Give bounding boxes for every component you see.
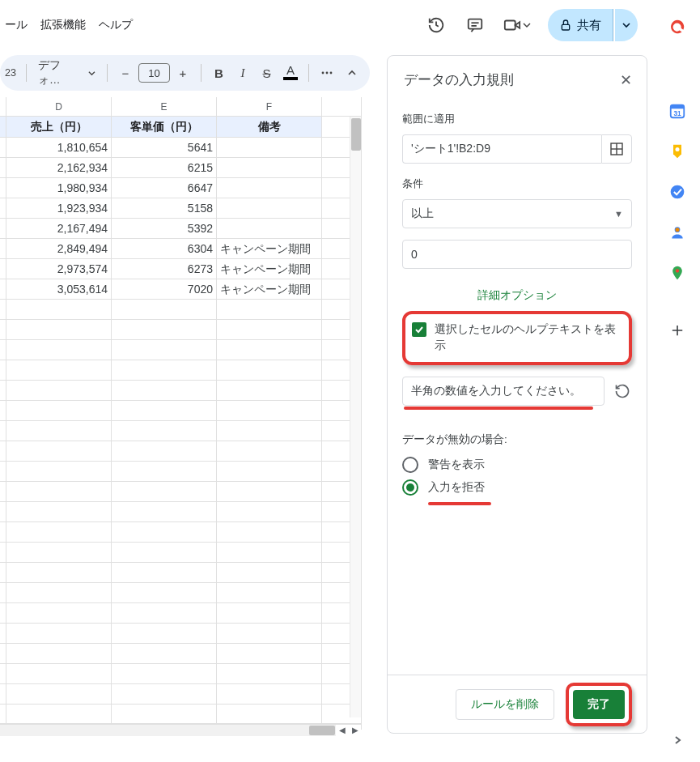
cell-D[interactable]: 1,923,934 [6,198,112,218]
criteria-number-input[interactable]: 0 [402,240,632,269]
cell-F[interactable]: キャンペーン期間 [217,259,322,279]
cell-D[interactable]: 3,053,614 [6,279,112,299]
cell-E[interactable]: 6304 [112,239,217,258]
range-input[interactable]: 'シート1'!B2:D9 [402,134,601,164]
cell-F[interactable] [217,198,322,218]
comment-icon[interactable] [464,14,486,36]
table-row[interactable] [0,664,361,684]
criteria-select[interactable]: 以上 ▼ [402,199,632,228]
cell-E[interactable]: 6273 [112,259,217,279]
table-row[interactable] [0,401,361,421]
cell-D[interactable]: 2,849,494 [6,239,112,258]
cell-F[interactable]: キャンペーン期間 [217,279,322,299]
scroll-right-icon[interactable]: ▶ [349,725,362,736]
maps-icon[interactable] [668,264,686,282]
bold-button[interactable]: B [208,62,231,84]
italic-button[interactable]: I [231,62,254,84]
table-row[interactable]: 3,053,6147020キャンペーン期間 [0,279,361,300]
history-icon[interactable] [425,14,448,36]
header-F[interactable]: 備考 [217,117,322,137]
table-row[interactable] [0,381,361,401]
table-row[interactable] [0,522,361,543]
number-format-value[interactable]: 23 [2,62,19,84]
strike-button[interactable]: S [256,62,278,84]
cell-E[interactable]: 5158 [112,198,217,218]
cell-E[interactable]: 5641 [112,138,217,157]
font-selector[interactable]: デフォ… [33,62,100,84]
app-logo-icon[interactable] [668,18,686,36]
column-D[interactable]: D [6,97,112,116]
help-text-input[interactable]: 半角の数値を入力してください。 [402,377,605,406]
table-row[interactable] [0,624,361,644]
cell-F[interactable] [217,158,322,177]
more-formatting-icon[interactable] [316,62,338,84]
table-row[interactable]: 2,162,9346215 [0,158,361,178]
table-row[interactable] [0,462,361,482]
cell-E[interactable]: 6647 [112,178,217,198]
tasks-icon[interactable] [668,183,686,201]
table-row[interactable] [0,502,361,522]
help-text-checkbox[interactable] [412,322,426,337]
table-row[interactable] [0,705,361,725]
cell-F[interactable] [217,138,322,157]
spreadsheet[interactable]: D E F 売上（円） 客単価（円） 備考 1,810,65456412,162… [0,97,362,730]
table-row[interactable] [0,583,361,603]
cell-D[interactable]: 1,810,654 [6,138,112,157]
table-row[interactable]: 2,849,4946304キャンペーン期間 [0,239,361,259]
advanced-options-link[interactable]: 詳細オプション [402,288,632,303]
done-button[interactable]: 完了 [573,690,625,719]
increase-font-size[interactable]: + [172,62,194,84]
contacts-icon[interactable] [668,223,686,241]
horizontal-scrollbar[interactable]: ◀ ▶ [0,723,362,736]
delete-rule-button[interactable]: ルールを削除 [456,689,554,720]
collapse-rail-icon[interactable] [668,731,686,749]
table-row[interactable] [0,684,361,705]
header-D[interactable]: 売上（円） [6,117,112,137]
share-dropdown[interactable] [615,9,638,41]
close-icon[interactable]: ✕ [620,71,632,89]
table-row[interactable]: 1,810,6545641 [0,138,361,158]
table-row[interactable]: 1,923,9345158 [0,198,361,219]
table-row[interactable] [0,421,361,441]
collapse-toolbar-icon[interactable] [341,62,363,84]
select-range-icon[interactable] [601,134,632,164]
keep-icon[interactable] [668,143,686,160]
text-color-button[interactable]: A [279,62,302,84]
cell-E[interactable]: 5392 [112,219,217,238]
cell-D[interactable]: 1,980,934 [6,178,112,198]
cell-E[interactable]: 7020 [112,279,217,299]
cell-D[interactable]: 2,162,934 [6,158,112,177]
scroll-left-icon[interactable]: ◀ [336,725,349,736]
share-button[interactable]: 共有 [548,9,613,41]
table-row[interactable] [0,543,361,563]
table-row[interactable] [0,482,361,502]
table-row[interactable] [0,603,361,624]
menu-help[interactable]: ヘルプ [94,13,138,37]
add-addon-icon[interactable]: ＋ [668,321,686,338]
column-E[interactable]: E [112,97,217,116]
radio-warn[interactable]: 警告を表示 [402,457,632,473]
header-E[interactable]: 客単価（円） [112,117,217,137]
cell-D[interactable]: 2,973,574 [6,259,112,279]
cell-F[interactable] [217,219,322,238]
cell-D[interactable]: 2,167,494 [6,219,112,238]
table-row[interactable]: 2,167,4945392 [0,219,361,239]
menu-tools[interactable]: ール [0,13,32,37]
reset-help-text-icon[interactable] [613,381,632,401]
menu-extensions[interactable]: 拡張機能 [36,13,91,37]
table-row[interactable] [0,360,361,381]
meet-icon[interactable] [503,14,532,36]
cell-F[interactable]: キャンペーン期間 [217,239,322,258]
table-row[interactable]: 1,980,9346647 [0,178,361,198]
vertical-scrollbar[interactable] [350,117,361,717]
cell-E[interactable]: 6215 [112,158,217,177]
table-row[interactable] [0,644,361,664]
table-row[interactable] [0,563,361,583]
table-row[interactable] [0,320,361,340]
radio-reject[interactable]: 入力を拒否 [402,479,632,496]
table-row[interactable] [0,441,361,462]
decrease-font-size[interactable]: − [114,62,137,84]
calendar-icon[interactable]: 31 [668,102,686,120]
column-F[interactable]: F [217,97,322,116]
cell-F[interactable] [217,178,322,198]
